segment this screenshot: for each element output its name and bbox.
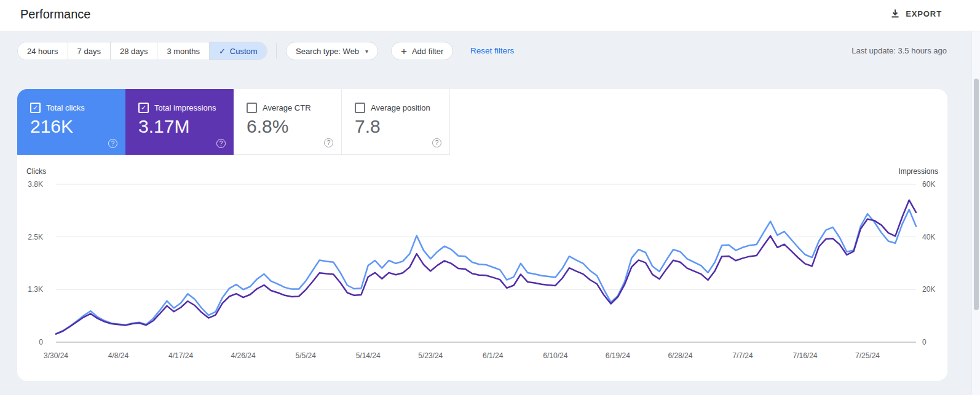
metric-average-ctr[interactable]: Average CTR 6.8% ? (234, 89, 342, 155)
checkbox-total-impressions[interactable]: ✓ (138, 103, 149, 113)
range-28-days[interactable]: 28 days (110, 42, 157, 60)
help-icon[interactable]: ? (108, 139, 117, 148)
x-axis-label: 5/5/24 (295, 351, 316, 360)
date-range-selector: 24 hours 7 days 28 days 3 months ✓ Custo… (17, 42, 267, 60)
left-axis-tick: 3.8K (28, 180, 43, 189)
metric-label: Total clicks (46, 103, 85, 112)
left-axis-tick: 0 (39, 338, 43, 346)
filter-bar: 24 hours 7 days 28 days 3 months ✓ Custo… (0, 31, 980, 89)
metric-value: 7.8 (355, 116, 381, 137)
search-type-label: Search type: Web (296, 47, 359, 56)
performance-chart[interactable]: 3.8K60K2.5K40K1.3K20K00ClicksImpressions… (17, 155, 947, 381)
filter-divider (276, 43, 277, 59)
range-custom-label: Custom (230, 47, 258, 56)
range-3-months[interactable]: 3 months (157, 42, 208, 60)
add-filter-label: Add filter (412, 47, 443, 56)
x-axis-label: 7/7/24 (732, 351, 753, 360)
range-24-hours[interactable]: 24 hours (18, 42, 68, 60)
metric-total-clicks[interactable]: ✓ Total clicks 216K ? (17, 89, 125, 155)
performance-card: ✓ Total clicks 216K ? ✓ Total impression… (17, 89, 947, 381)
checkbox-total-clicks[interactable]: ✓ (30, 103, 41, 113)
right-axis-tick: 0 (922, 338, 927, 346)
metric-label: Average position (371, 103, 430, 112)
help-icon[interactable]: ? (432, 138, 441, 147)
x-axis-label: 6/28/24 (668, 351, 692, 360)
search-console-performance-page: { "header": { "title": "Performance", "e… (0, 0, 980, 395)
x-axis-label: 4/8/24 (108, 351, 129, 360)
x-axis-label: 6/19/24 (606, 351, 630, 360)
checkbox-average-position[interactable] (355, 103, 365, 113)
metric-value: 6.8% (247, 116, 288, 137)
right-axis-tick: 40K (922, 233, 935, 241)
scrollbar[interactable] (971, 31, 980, 395)
check-icon: ✓ (219, 47, 226, 56)
metric-value: 3.17M (138, 116, 189, 137)
range-7-days[interactable]: 7 days (68, 42, 110, 60)
x-axis-label: 5/23/24 (418, 351, 443, 360)
right-axis-tick: 20K (922, 285, 935, 294)
x-axis-label: 6/10/24 (543, 351, 567, 360)
metric-label: Total impressions (154, 103, 216, 112)
clicks-line (56, 209, 916, 334)
impressions-line (56, 200, 916, 334)
metric-total-impressions[interactable]: ✓ Total impressions 3.17M ? (125, 89, 234, 155)
last-update-text: Last update: 3.5 hours ago (852, 46, 947, 55)
help-icon[interactable]: ? (216, 139, 226, 148)
left-axis-title: Clicks (26, 167, 46, 176)
help-icon[interactable]: ? (324, 138, 333, 147)
x-axis-label: 6/1/24 (483, 351, 504, 360)
metric-value: 216K (30, 116, 73, 137)
x-axis-label: 4/17/24 (168, 351, 193, 360)
left-axis-tick: 1.3K (28, 285, 43, 294)
x-axis-label: 7/25/24 (855, 351, 880, 360)
right-axis-title: Impressions (898, 167, 938, 176)
download-icon (890, 9, 900, 18)
export-label: EXPORT (906, 9, 942, 18)
left-axis-tick: 2.5K (28, 233, 43, 241)
top-bar: Performance EXPORT (0, 0, 980, 31)
checkbox-average-ctr[interactable] (247, 103, 257, 113)
x-axis-label: 5/14/24 (356, 351, 381, 360)
page-title: Performance (20, 7, 91, 22)
scrollbar-thumb[interactable] (974, 79, 979, 310)
metric-average-position[interactable]: Average position 7.8 ? (342, 89, 450, 155)
metric-tabs: ✓ Total clicks 216K ? ✓ Total impression… (17, 89, 947, 155)
plus-icon: + (401, 46, 407, 57)
reset-filters-link[interactable]: Reset filters (470, 46, 514, 55)
search-type-dropdown[interactable]: Search type: Web ▾ (286, 42, 378, 60)
x-axis-label: 4/26/24 (231, 351, 256, 360)
metric-label: Average CTR (263, 103, 311, 112)
x-axis-label: 7/16/24 (792, 351, 817, 360)
dropdown-arrow-icon: ▾ (365, 48, 368, 55)
range-custom[interactable]: ✓ Custom (209, 42, 267, 60)
add-filter-button[interactable]: + Add filter (391, 42, 453, 60)
export-button[interactable]: EXPORT (885, 5, 947, 22)
x-axis-label: 3/30/24 (44, 351, 68, 360)
right-axis-tick: 60K (922, 180, 935, 189)
